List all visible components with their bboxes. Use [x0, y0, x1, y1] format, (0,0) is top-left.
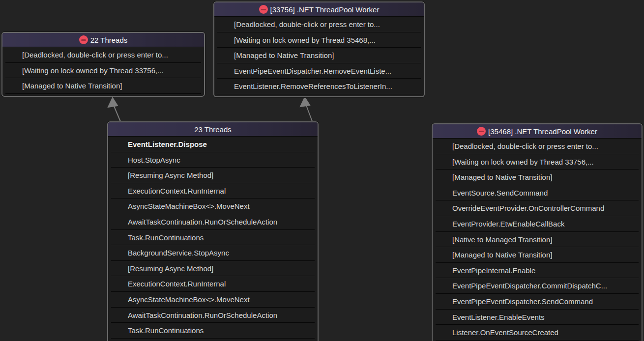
stack-frame-list: [Deadlocked, double-click or press enter… — [214, 17, 424, 96]
stack-frame-row[interactable]: OverrideEventProvider.OnControllerComman… — [433, 200, 642, 216]
minus-bar — [81, 39, 86, 41]
stack-box-title: [33756] .NET ThreadPool Worker — [270, 5, 380, 14]
stack-frame-row[interactable]: Task.RunContinuations — [108, 230, 318, 246]
stack-frame-label: [Managed to Native Transition] — [452, 251, 552, 259]
thread-stack-box-23-threads: 23 Threads EventListener.DisposeHost.Sto… — [107, 121, 319, 341]
stack-frame-list: EventListener.DisposeHost.StopAsync[Resu… — [108, 137, 318, 341]
stack-frame-label: [Deadlocked, double-click or press enter… — [452, 142, 598, 150]
stack-frame-row[interactable]: [Deadlocked, double-click or press enter… — [214, 17, 424, 32]
stack-frame-label: EventProvider.EtwEnableCallBack — [452, 220, 564, 228]
stack-frame-row[interactable]: [Resuming Async Method] — [108, 261, 318, 277]
stack-frame-list: [Deadlocked, double-click or press enter… — [433, 139, 642, 341]
stack-frame-label: EventPipeInternal.Enable — [452, 266, 535, 275]
stack-frame-label: [Native to Managed Transition] — [452, 235, 552, 244]
minus-bar — [479, 131, 484, 132]
stack-box-header[interactable]: 23 Threads — [108, 122, 318, 137]
stack-frame-row[interactable]: EventPipeEventDispatcher.RemoveEventList… — [214, 63, 424, 79]
stack-frame-label: EventListener.Dispose — [128, 140, 207, 148]
stack-frame-label: ExecutionContext.RunInternal — [128, 280, 226, 288]
arrow-line-to-33756 — [306, 104, 313, 124]
stack-frame-row[interactable]: [Managed to Native Transition] — [433, 247, 642, 263]
stack-frame-row[interactable]: AsyncStateMachineBox<>.MoveNext — [108, 292, 318, 308]
stack-frame-row[interactable]: [Managed to Native Transition] — [2, 78, 204, 94]
stack-frame-row[interactable]: ExecutionContext.RunInternal — [108, 183, 318, 199]
stack-frame-label: Task.RunContinuations — [128, 233, 204, 242]
stack-frame-label: OverrideEventProvider.OnControllerComman… — [452, 204, 604, 212]
stack-frame-label: EventPipeEventDispatcher.RemoveEventList… — [234, 67, 391, 75]
stack-frame-row[interactable]: Task.RunContinuations — [108, 323, 318, 339]
thread-stack-box-33756: [33756] .NET ThreadPool Worker [Deadlock… — [213, 1, 425, 97]
stack-frame-label: [Resuming Async Method] — [128, 264, 213, 273]
stack-frame-label: EventListener.EnableEvents — [452, 313, 545, 321]
stack-frame-row[interactable] — [108, 339, 318, 341]
stack-frame-row[interactable]: EventPipeEventDispatcher.SendCommand — [433, 294, 642, 310]
stack-frame-label: ExecutionContext.RunInternal — [128, 187, 226, 195]
stack-frame-row[interactable]: ExecutionContext.RunInternal — [108, 276, 318, 292]
stack-frame-label: [Waiting on lock owned by Thread 33756,.… — [452, 158, 594, 166]
stack-frame-label: [Managed to Native Transition] — [22, 82, 122, 90]
stack-frame-row[interactable]: Host.StopAsync — [108, 152, 318, 168]
stack-box-title: 22 Threads — [90, 36, 128, 44]
stack-frame-label: AwaitTaskContinuation.RunOrScheduleActio… — [128, 218, 277, 226]
stack-frame-row[interactable]: EventListener.EnableEvents — [433, 310, 642, 325]
stack-frame-list: [Deadlocked, double-click or press enter… — [2, 47, 204, 96]
stack-frame-row[interactable]: EventPipeEventDispatcher.CommitDispatchC… — [433, 278, 642, 294]
deadlock-stop-icon[interactable] — [477, 127, 486, 136]
deadlock-stop-icon[interactable] — [259, 5, 268, 14]
thread-stack-box-35468: [35468] .NET ThreadPool Worker [Deadlock… — [432, 123, 643, 341]
stack-frame-row[interactable]: Listener.OnEventSourceCreated — [433, 325, 642, 341]
stack-frame-label: EventPipeEventDispatcher.CommitDispatchC… — [452, 282, 607, 290]
deadlock-stop-icon[interactable] — [79, 35, 88, 44]
stack-box-title: 23 Threads — [194, 125, 232, 134]
stack-frame-row[interactable]: AwaitTaskContinuation.RunOrScheduleActio… — [108, 214, 318, 230]
stack-frame-label: EventSource.SendCommand — [452, 189, 548, 197]
stack-frame-row[interactable]: EventListener.RemoveReferencesToListener… — [214, 79, 424, 94]
stack-frame-row[interactable]: AsyncStateMachineBox<>.MoveNext — [108, 199, 318, 214]
stack-box-header[interactable]: [33756] .NET ThreadPool Worker — [214, 2, 424, 17]
stack-box-title: [35468] .NET ThreadPool Worker — [488, 127, 597, 136]
stack-frame-row[interactable]: EventPipeInternal.Enable — [433, 263, 642, 279]
stack-frame-row[interactable]: [Native to Managed Transition] — [433, 232, 642, 248]
stack-frame-label: [Resuming Async Method] — [128, 171, 213, 179]
stack-frame-label: [Deadlocked, double-click or press enter… — [22, 51, 168, 59]
stack-frame-label: [Managed to Native Transition] — [452, 173, 552, 181]
stack-box-header[interactable]: 22 Threads — [2, 33, 204, 47]
stack-frame-label: EventListener.RemoveReferencesToListener… — [234, 82, 392, 90]
stack-frame-row[interactable]: [Deadlocked, double-click or press enter… — [433, 139, 642, 154]
stack-frame-row[interactable]: [Managed to Native Transition] — [433, 170, 642, 185]
stack-frame-row[interactable]: EventListener.Dispose — [108, 137, 318, 152]
stack-frame-label: EventPipeEventDispatcher.SendCommand — [452, 297, 593, 306]
stack-frame-label: [Managed to Native Transition] — [234, 51, 334, 59]
stack-frame-label: AsyncStateMachineBox<>.MoveNext — [128, 202, 250, 210]
stack-frame-row[interactable]: [Managed to Native Transition] — [214, 48, 424, 63]
stack-frame-label: [Deadlocked, double-click or press enter… — [234, 20, 380, 28]
stack-frame-label: [Waiting on lock owned by Thread 35468,.… — [234, 36, 376, 44]
stack-frame-label: AwaitTaskContinuation.RunOrScheduleActio… — [128, 311, 277, 319]
stack-frame-label: Host.StopAsync — [128, 156, 180, 164]
arrow-head-to-22-threads — [108, 98, 117, 107]
stack-frame-row[interactable]: BackgroundService.StopAsync — [108, 245, 318, 261]
thread-stack-box-22-threads: 22 Threads [Deadlocked, double-click or … — [1, 32, 205, 97]
stack-frame-row[interactable]: EventSource.SendCommand — [433, 185, 642, 201]
stack-frame-row[interactable]: [Waiting on lock owned by Thread 33756,.… — [433, 154, 642, 170]
stack-frame-row[interactable]: AwaitTaskContinuation.RunOrScheduleActio… — [108, 308, 318, 323]
stack-frame-label: [Waiting on lock owned by Thread 33756,.… — [22, 66, 164, 75]
stack-frame-row[interactable]: [Resuming Async Method] — [108, 168, 318, 183]
stack-frame-row[interactable]: [Waiting on lock owned by Thread 33756,.… — [2, 63, 204, 79]
stack-frame-label: Task.RunContinuations — [128, 326, 204, 335]
stack-frame-row[interactable]: EventProvider.EtwEnableCallBack — [433, 216, 642, 232]
minus-bar — [261, 9, 266, 10]
stack-frame-label: AsyncStateMachineBox<>.MoveNext — [128, 295, 250, 304]
stack-frame-label: Listener.OnEventSourceCreated — [452, 328, 558, 337]
stack-box-header[interactable]: [35468] .NET ThreadPool Worker — [433, 124, 642, 139]
stack-frame-row[interactable]: [Deadlocked, double-click or press enter… — [2, 47, 204, 63]
arrow-head-to-33756 — [300, 97, 310, 107]
stack-frame-label: BackgroundService.StopAsync — [128, 249, 229, 257]
stack-frame-row[interactable]: [Waiting on lock owned by Thread 35468,.… — [214, 32, 424, 48]
